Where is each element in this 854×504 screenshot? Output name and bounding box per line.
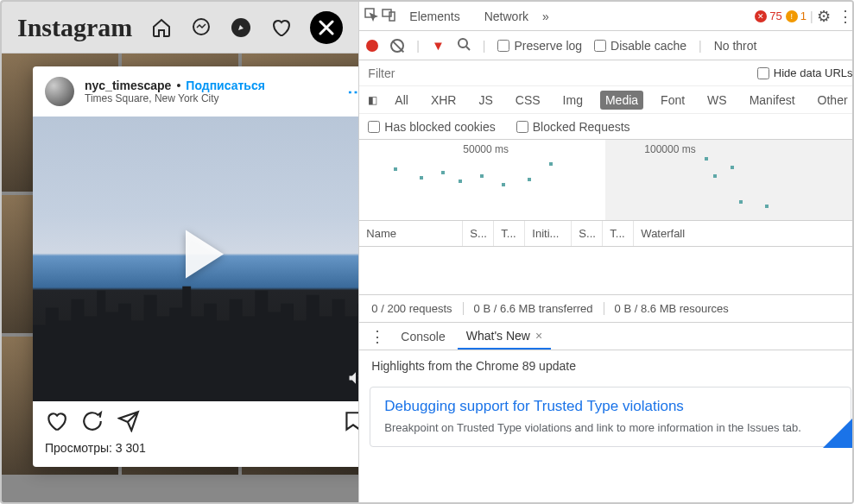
- close-icon[interactable]: [310, 11, 343, 44]
- filter-xhr[interactable]: XHR: [426, 91, 462, 110]
- compass-icon[interactable]: [231, 17, 251, 38]
- network-status-bar: 0 / 200 requests 0 B / 6.6 MB transferre…: [359, 295, 854, 323]
- overview-timeline[interactable]: 50000 ms 100000 ms: [359, 140, 854, 221]
- subscribe-link[interactable]: Подписаться: [186, 79, 265, 92]
- drawer-tab-whatsnew[interactable]: What's New×: [458, 324, 551, 350]
- blocked-filters: Has blocked cookies Blocked Requests: [359, 114, 854, 140]
- instagram-logo[interactable]: Instagram: [17, 13, 132, 42]
- drawer-tab-bar: ⋮ Console What's New×: [359, 323, 854, 350]
- drawer-tab-console[interactable]: Console: [392, 324, 453, 349]
- network-toolbar: | ▼ | Preserve log Disable cache | No th…: [359, 31, 854, 60]
- blocked-cookies-checkbox[interactable]: Has blocked cookies: [368, 120, 495, 134]
- invert-icon[interactable]: ◧: [368, 94, 377, 106]
- gear-icon[interactable]: ⚙: [817, 7, 831, 26]
- filter-img[interactable]: Img: [558, 91, 588, 110]
- close-icon[interactable]: ×: [535, 329, 542, 343]
- record-icon[interactable]: [366, 40, 378, 52]
- filter-row: Hide data URLs: [359, 60, 854, 86]
- tab-elements[interactable]: Elements: [399, 4, 470, 28]
- col-time[interactable]: T...: [603, 221, 634, 246]
- filter-font[interactable]: Font: [655, 91, 690, 110]
- col-waterfall[interactable]: Waterfall: [634, 221, 854, 246]
- location-text[interactable]: Times Square, New York City: [85, 92, 337, 104]
- col-initiator[interactable]: Initi...: [525, 221, 572, 246]
- views-count: Просмотры: 3 301: [33, 441, 376, 467]
- col-name[interactable]: Name: [359, 221, 463, 246]
- drawer-menu-icon[interactable]: ⋮: [366, 327, 389, 346]
- filter-manifest[interactable]: Manifest: [744, 91, 800, 110]
- post-video[interactable]: [33, 117, 376, 401]
- kebab-menu-icon[interactable]: ⋮: [834, 7, 854, 26]
- whats-new-card[interactable]: Debugging support for Trusted Type viola…: [370, 387, 851, 447]
- error-count[interactable]: ✕75: [755, 9, 781, 22]
- heart-icon[interactable]: [270, 17, 291, 38]
- post-actions: [33, 401, 376, 441]
- resource-type-filters: ◧ All XHR JS CSS Img Media Font WS Manif…: [359, 86, 854, 114]
- filter-js[interactable]: JS: [473, 91, 497, 110]
- messenger-icon[interactable]: [191, 17, 212, 38]
- devtools-panel: Elements Network » ✕75 !1 | ⚙ ⋮ | ▼ | Pr…: [358, 2, 854, 502]
- warning-count[interactable]: !1: [786, 9, 807, 22]
- filter-other[interactable]: Other: [813, 91, 853, 110]
- instagram-panel: Instagram nyc_timescape: [2, 2, 358, 502]
- filter-input[interactable]: [368, 66, 743, 80]
- post-header: nyc_timescape • Подписаться Times Square…: [33, 66, 376, 117]
- devtools-tab-bar: Elements Network » ✕75 !1 | ⚙ ⋮: [359, 2, 854, 31]
- transferred-size: 0 B / 6.6 MB transferred: [464, 302, 604, 315]
- drawer-heading: Highlights from the Chrome 89 update: [359, 350, 854, 381]
- clear-icon[interactable]: [390, 39, 404, 53]
- ig-top-bar: Instagram: [2, 2, 358, 54]
- comment-icon[interactable]: [81, 410, 104, 438]
- username[interactable]: nyc_timescape: [85, 79, 171, 92]
- resources-size: 0 B / 8.6 MB resources: [604, 302, 739, 315]
- avatar[interactable]: [45, 77, 74, 106]
- filter-media[interactable]: Media: [600, 91, 643, 110]
- throttling-select[interactable]: No throt: [714, 39, 757, 53]
- filter-all[interactable]: All: [389, 91, 414, 110]
- post-modal: nyc_timescape • Подписаться Times Square…: [33, 66, 376, 467]
- inspect-icon[interactable]: [364, 8, 378, 24]
- card-title: Debugging support for Trusted Type viola…: [384, 398, 836, 415]
- search-icon[interactable]: [457, 37, 471, 54]
- col-status[interactable]: S...: [463, 221, 494, 246]
- col-size[interactable]: S...: [572, 221, 603, 246]
- play-icon[interactable]: [186, 230, 224, 278]
- like-icon[interactable]: [45, 410, 67, 438]
- tab-network[interactable]: Network: [474, 4, 539, 28]
- preserve-log-checkbox[interactable]: Preserve log: [497, 39, 582, 53]
- network-table-header: Name S... T... Initi... S... T... Waterf…: [359, 221, 854, 247]
- filter-ws[interactable]: WS: [702, 91, 732, 110]
- hide-data-urls-checkbox[interactable]: Hide data URLs: [757, 66, 853, 79]
- share-icon[interactable]: [117, 410, 140, 438]
- requests-count: 0 / 200 requests: [361, 302, 463, 315]
- blocked-requests-checkbox[interactable]: Blocked Requests: [516, 120, 630, 134]
- col-type[interactable]: T...: [494, 221, 525, 246]
- svg-point-6: [459, 39, 467, 47]
- card-corner-icon: [823, 419, 852, 448]
- disable-cache-checkbox[interactable]: Disable cache: [594, 39, 686, 53]
- device-icon[interactable]: [382, 8, 395, 24]
- network-table-body: [359, 247, 854, 295]
- separator-dot: •: [176, 79, 180, 92]
- filter-icon[interactable]: ▼: [432, 38, 445, 53]
- home-icon[interactable]: [151, 17, 172, 38]
- card-body: Breakpoint on Trusted Type violations an…: [384, 420, 836, 436]
- more-tabs-icon[interactable]: »: [542, 9, 549, 23]
- filter-css[interactable]: CSS: [510, 91, 546, 110]
